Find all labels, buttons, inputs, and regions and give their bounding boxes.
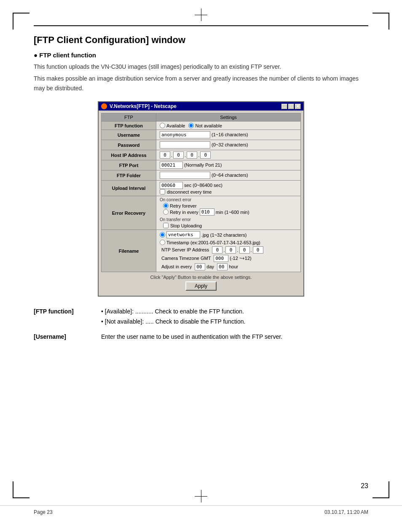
filename-section: .jpg (1~32 characters) Timestamp (ex:200… bbox=[160, 231, 297, 270]
ntp-ip-3[interactable] bbox=[239, 246, 250, 254]
error-recovery-section: On connect error Retry forever Retry in … bbox=[160, 197, 297, 228]
table-row-ftp-function: FTP function Available Not available bbox=[102, 122, 301, 130]
filename-custom-radio[interactable] bbox=[160, 232, 165, 238]
filename-settings: .jpg (1~32 characters) Timestamp (ex:200… bbox=[156, 230, 301, 272]
table-row-upload-interval: Upload Interval sec (0~86400 sec) discon… bbox=[102, 181, 301, 196]
retry-forever-option: Retry forever bbox=[163, 203, 297, 208]
table-row-password: Password (0~32 characters) bbox=[102, 140, 301, 150]
stop-uploading-option: Stop Uploading bbox=[163, 223, 297, 228]
ftp-function-settings: Available Not available bbox=[156, 122, 301, 130]
ftp-function-reference: [FTP function] • [Available]: ..........… bbox=[34, 307, 368, 327]
retry-interval-input[interactable] bbox=[200, 208, 214, 216]
upload-interval-row: sec (0~86400 sec) bbox=[160, 182, 297, 189]
retry-every-label: Retry in every bbox=[170, 210, 198, 215]
corner-mark-br bbox=[373, 481, 389, 498]
col-header-ftp: FTP bbox=[102, 113, 156, 122]
password-settings: (0~32 characters) bbox=[156, 140, 301, 150]
ntp-ip-4[interactable] bbox=[253, 246, 263, 254]
table-row-ftp-port: FTP Port (Normally Port 21) bbox=[102, 160, 301, 170]
host-ip-1[interactable] bbox=[160, 151, 170, 159]
ftp-available-bullet: • [Available]: ........... Check to enab… bbox=[101, 307, 245, 317]
minimize-button[interactable]: _ bbox=[281, 104, 287, 109]
filename-custom-input[interactable] bbox=[166, 231, 200, 238]
restore-button[interactable]: □ bbox=[288, 104, 294, 109]
ftp-folder-hint: (0~64 characters) bbox=[212, 173, 248, 178]
retry-forever-radio[interactable] bbox=[163, 203, 169, 208]
ftp-settings-table: FTP Settings FTP function Available bbox=[101, 113, 301, 272]
close-button[interactable]: ✕ bbox=[295, 104, 301, 109]
ntp-ip-field: . . . bbox=[212, 246, 263, 254]
ftp-not-available-label: Not available bbox=[195, 123, 222, 128]
description-1: This function uploads the VN-C30U images… bbox=[34, 62, 368, 71]
ftp-port-input[interactable] bbox=[160, 162, 183, 169]
ip-dot-1: . bbox=[171, 153, 172, 158]
adjust-hour-input[interactable] bbox=[217, 263, 228, 270]
filename-timestamp-option: Timestamp (ex:2001-05-07-17-34-12-653.jp… bbox=[160, 240, 297, 245]
ftp-function-term: [FTP function] bbox=[34, 307, 93, 327]
footer-page: Page 23 bbox=[34, 509, 53, 515]
window-titlebar: V.Networks[FTP] - Netscape _ □ ✕ bbox=[99, 102, 303, 111]
username-settings: (1~16 characters) bbox=[156, 130, 301, 140]
apply-section: Click "Apply" Button to enable the above… bbox=[101, 272, 301, 293]
netscape-icon bbox=[101, 103, 107, 109]
timezone-input[interactable] bbox=[214, 255, 228, 262]
filename-hint: .jpg (1~32 characters) bbox=[201, 232, 247, 238]
retry-every-option: Retry in every min (1~600 min) bbox=[163, 208, 297, 216]
adjust-label: Adjust in every bbox=[161, 264, 192, 269]
ftp-port-settings: (Normally Port 21) bbox=[156, 160, 301, 170]
retry-every-radio[interactable] bbox=[163, 209, 169, 215]
filename-custom-option: .jpg (1~32 characters) bbox=[160, 231, 297, 238]
table-row-error-recovery: Error Recovery On connect error Retry fo… bbox=[102, 196, 301, 230]
description-2: This makes possible an image distributio… bbox=[34, 74, 368, 93]
host-ip-2[interactable] bbox=[173, 151, 184, 159]
filename-timestamp-radio[interactable] bbox=[160, 240, 165, 245]
ftp-port-hint: (Normally Port 21) bbox=[184, 162, 222, 167]
ftp-port-label: FTP Port bbox=[102, 160, 156, 170]
timezone-hint: (-12 ~+12) bbox=[230, 256, 251, 261]
retry-hint: min (1~600 min) bbox=[216, 210, 249, 215]
ntp-ip-2[interactable] bbox=[225, 246, 236, 254]
ftp-available-label: Available bbox=[166, 123, 185, 128]
table-row-username: Username (1~16 characters) bbox=[102, 130, 301, 140]
username-def: Enter the user name to be used in authen… bbox=[101, 332, 282, 342]
apply-button[interactable]: Apply bbox=[185, 281, 217, 291]
host-ip-field: . . . bbox=[160, 151, 297, 159]
filename-label: Filename bbox=[102, 230, 156, 272]
adjust-day-input[interactable] bbox=[195, 263, 205, 270]
username-input[interactable] bbox=[160, 131, 210, 138]
host-ip-4[interactable] bbox=[200, 151, 211, 159]
ftp-function-def: • [Available]: ........... Check to enab… bbox=[101, 307, 245, 327]
table-row-ftp-folder: FTP Folder (0~64 characters) bbox=[102, 170, 301, 181]
upload-interval-label: Upload Interval bbox=[102, 181, 156, 196]
footer-date: 03.10.17, 11:20 AM bbox=[324, 509, 368, 515]
ip-dot-2: . bbox=[185, 153, 186, 158]
subsection-title: FTP client function bbox=[34, 51, 368, 59]
corner-mark-tl bbox=[13, 13, 29, 30]
filename-timestamp-label: Timestamp (ex:2001-05-07-17-34-12-653.jp… bbox=[166, 240, 260, 245]
top-divider bbox=[34, 25, 368, 26]
ntp-label: NTP Server IP Address bbox=[161, 247, 209, 252]
password-hint: (0~32 characters) bbox=[212, 142, 248, 147]
timezone-row: Camera Timezone GMT (-12 ~+12) bbox=[160, 255, 297, 262]
window-title-text: V.Networks[FTP] - Netscape bbox=[110, 103, 177, 109]
ftp-not-available-radio[interactable] bbox=[188, 123, 194, 128]
ftp-folder-input[interactable] bbox=[160, 172, 210, 179]
upload-interval-input[interactable] bbox=[160, 182, 183, 189]
ftp-function-label: FTP function bbox=[102, 122, 156, 130]
window-title-area: V.Networks[FTP] - Netscape bbox=[101, 103, 177, 109]
error-recovery-settings: On connect error Retry forever Retry in … bbox=[156, 196, 301, 230]
password-label: Password bbox=[102, 140, 156, 150]
page-footer: Page 23 03.10.17, 11:20 AM bbox=[0, 505, 402, 515]
col-header-settings: Settings bbox=[156, 113, 301, 122]
stop-uploading-checkbox[interactable] bbox=[163, 223, 169, 228]
adjust-row: Adjust in every day hour bbox=[160, 263, 297, 270]
netscape-window: V.Networks[FTP] - Netscape _ □ ✕ FTP Set… bbox=[98, 101, 304, 297]
disconnect-label: disconnect every time bbox=[167, 189, 212, 194]
ftp-function-radio-group: Available Not available bbox=[160, 123, 297, 128]
ftp-available-radio[interactable] bbox=[160, 123, 165, 128]
window-body: FTP Settings FTP function Available bbox=[99, 111, 303, 296]
password-input[interactable] bbox=[160, 141, 210, 149]
host-ip-3[interactable] bbox=[187, 151, 197, 159]
ntp-ip-1[interactable] bbox=[212, 246, 222, 254]
disconnect-checkbox[interactable] bbox=[160, 189, 165, 194]
